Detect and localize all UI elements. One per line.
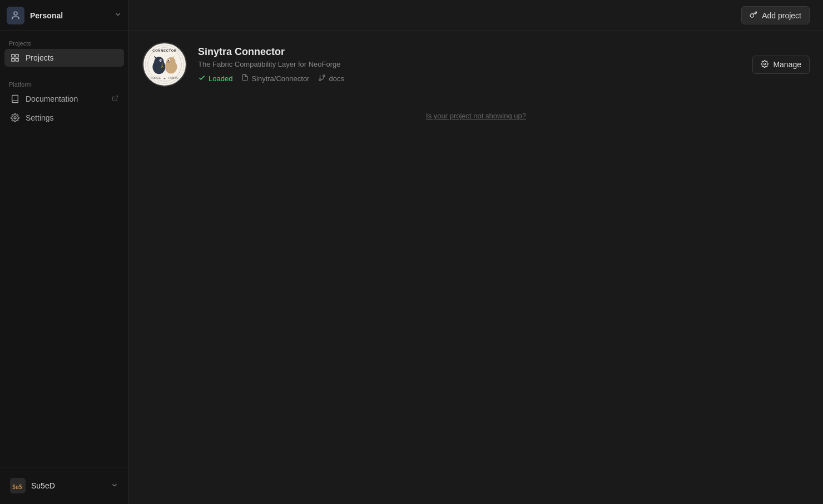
- svg-rect-4: [16, 58, 18, 61]
- project-card: CONNECTOR FORGE FABRIC: [129, 31, 823, 98]
- key-icon: [750, 11, 757, 20]
- project-logo: CONNECTOR FORGE FABRIC: [142, 42, 187, 87]
- svg-text:FABRIC: FABRIC: [168, 76, 179, 79]
- external-link-icon: [112, 95, 118, 103]
- platform-section: Platform Documentation: [0, 72, 128, 132]
- projects-section-label: Projects: [4, 40, 124, 47]
- project-description: The Fabric Compatibility Layer for NeoFo…: [198, 60, 741, 68]
- sidebar-item-documentation[interactable]: Documentation: [4, 90, 124, 108]
- user-info: Su5 Su5eD: [10, 478, 55, 493]
- project-repo-label: Sinytra/Connector: [251, 74, 309, 83]
- svg-rect-2: [16, 54, 18, 57]
- org-info: Personal: [7, 7, 63, 24]
- svg-line-5: [115, 96, 118, 99]
- file-icon: [241, 74, 249, 83]
- org-name: Personal: [30, 11, 63, 20]
- project-status-label: Loaded: [209, 74, 232, 83]
- sidebar-bottom: Su5 Su5eD: [0, 467, 128, 504]
- svg-point-25: [166, 61, 170, 63]
- user-name: Su5eD: [31, 481, 55, 490]
- project-title: Sinytra Connector: [198, 46, 741, 58]
- project-info: Sinytra Connector The Fabric Compatibili…: [198, 46, 741, 83]
- settings-icon: [10, 113, 20, 123]
- add-project-label: Add project: [762, 11, 801, 20]
- top-bar: Add project: [129, 0, 823, 31]
- documentation-label: Documentation: [26, 94, 106, 103]
- settings-label: Settings: [26, 113, 118, 122]
- project-meta: Loaded Sinytra/Connector: [198, 74, 741, 83]
- user-switcher[interactable]: Su5 Su5eD: [4, 474, 124, 497]
- check-icon: [198, 74, 206, 83]
- main-content: Add project CONNECTOR FORGE FABRIC: [129, 0, 823, 504]
- org-switcher[interactable]: Personal: [0, 0, 128, 31]
- project-repo[interactable]: Sinytra/Connector: [241, 74, 309, 83]
- add-project-button[interactable]: Add project: [741, 6, 810, 24]
- user-avatar: Su5: [10, 478, 26, 493]
- svg-point-30: [764, 63, 766, 65]
- projects-section: Projects Projects: [0, 31, 128, 72]
- svg-point-29: [319, 78, 321, 81]
- grid-icon: [10, 53, 20, 63]
- projects-label: Projects: [26, 53, 118, 62]
- not-showing-link[interactable]: Is your project not showing up?: [426, 112, 526, 120]
- svg-point-14: [164, 78, 166, 79]
- svg-point-0: [14, 12, 17, 15]
- projects-area: CONNECTOR FORGE FABRIC: [129, 31, 823, 504]
- sidebar-item-projects[interactable]: Projects: [4, 49, 124, 67]
- svg-point-18: [160, 60, 161, 61]
- svg-point-6: [14, 117, 16, 119]
- sidebar: Personal Projects Projects Platform: [0, 0, 129, 504]
- gear-icon: [761, 60, 769, 69]
- user-chevron-icon: [111, 481, 118, 491]
- org-chevron-icon: [114, 11, 122, 20]
- project-status: Loaded: [198, 74, 232, 83]
- svg-text:CONNECTOR: CONNECTOR: [152, 49, 177, 52]
- project-docs[interactable]: docs: [318, 74, 344, 83]
- svg-rect-1: [12, 54, 14, 57]
- svg-rect-3: [12, 58, 14, 61]
- svg-point-28: [323, 74, 325, 77]
- platform-section-label: Platform: [4, 81, 124, 88]
- project-docs-label: docs: [329, 74, 344, 83]
- sidebar-item-settings[interactable]: Settings: [4, 109, 124, 127]
- svg-text:FORGE: FORGE: [151, 76, 161, 79]
- svg-text:Su5: Su5: [12, 484, 22, 490]
- org-avatar: [7, 7, 24, 24]
- git-branch-icon: [318, 74, 326, 83]
- book-icon: [10, 94, 20, 104]
- manage-label: Manage: [773, 60, 801, 69]
- not-showing-area: Is your project not showing up?: [129, 98, 823, 133]
- manage-button[interactable]: Manage: [752, 56, 810, 74]
